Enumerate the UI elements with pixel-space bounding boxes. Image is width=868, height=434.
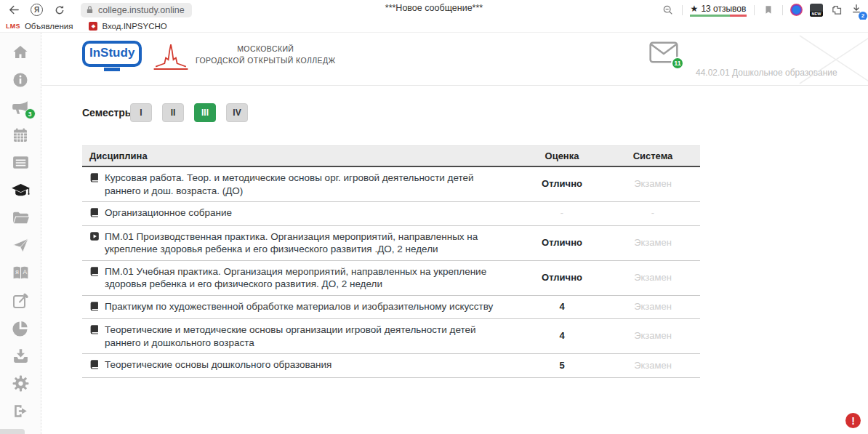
extension-icon[interactable]: [790, 4, 803, 16]
col-grade: Оценка: [518, 146, 606, 167]
search-icon[interactable]: [662, 4, 675, 17]
main-content: InStudy МОСКОВСКИЙ ГОРОДСКОЙ ОТКРЫТЫЙ КО…: [41, 33, 868, 434]
system-cell: Экзамен: [606, 319, 700, 354]
plugin-icon[interactable]: [830, 4, 843, 17]
system-cell: Экзамен: [606, 166, 700, 202]
table-row[interactable]: Теоретические и методические основы орга…: [82, 319, 700, 354]
svg-text:я: я: [15, 268, 19, 276]
discipline-link[interactable]: Теоретические основы дошкольного образов…: [105, 358, 331, 371]
book-icon: [89, 359, 100, 373]
discipline-link[interactable]: Практикум по художественной обработке ма…: [105, 300, 493, 313]
reviews-label: 13 отзывов: [701, 4, 746, 14]
grade-cell: 4: [518, 295, 606, 319]
book-icon: [89, 324, 100, 338]
col-system: Система: [606, 146, 700, 167]
book-icon: [89, 301, 100, 315]
alert-button[interactable]: !: [845, 413, 861, 428]
bookmark-item-announcements[interactable]: LMS Объявления: [6, 22, 73, 31]
mail-badge: 11: [671, 57, 684, 70]
screen: Я college.instudy.online ***Новое сообще…: [0, 0, 868, 434]
app-header: InStudy МОСКОВСКИЙ ГОРОДСКОЙ ОТКРЫТЫЙ КО…: [41, 33, 868, 86]
semester-button-1[interactable]: I: [130, 103, 152, 122]
bookmark-icon[interactable]: [762, 4, 775, 17]
calendar-icon[interactable]: [11, 125, 31, 145]
semester-button-2[interactable]: II: [162, 103, 184, 122]
system-cell: -: [606, 202, 700, 226]
downloads-button[interactable]: 2: [851, 3, 862, 17]
extension-new-icon[interactable]: NEW: [810, 4, 823, 17]
grade-cell: Отлично: [518, 260, 606, 295]
back-icon[interactable]: [7, 4, 20, 17]
info-icon[interactable]: [11, 70, 31, 89]
table-row[interactable]: ПМ.01 Производственная практика. Организ…: [82, 225, 700, 260]
table-row[interactable]: Практикум по художественной обработке ма…: [82, 295, 700, 319]
url-text: college.instudy.online: [98, 5, 185, 15]
college-logo: МОСКОВСКИЙ ГОРОДСКОЙ ОТКРЫТЫЙ КОЛЛЕДЖ: [152, 39, 336, 72]
divider: [754, 5, 755, 15]
home-icon[interactable]: [11, 42, 31, 62]
table-row[interactable]: Теоретические основы дошкольного образов…: [82, 354, 700, 378]
lms-favicon: LMS: [6, 23, 20, 30]
college-name: МОСКОВСКИЙ ГОРОДСКОЙ ОТКРЫТЫЙ КОЛЛЕДЖ: [196, 44, 336, 67]
pie-chart-icon[interactable]: [11, 318, 31, 338]
star-icon: ★: [691, 4, 699, 14]
discipline-link[interactable]: Организационное собрание: [105, 206, 232, 220]
edit-icon[interactable]: [11, 291, 31, 310]
translate-icon[interactable]: яA: [11, 263, 31, 283]
system-cell: Экзамен: [606, 225, 700, 260]
discipline-link[interactable]: Курсовая работа. Теор. и методические ос…: [105, 172, 511, 197]
folder-icon[interactable]: [11, 208, 31, 228]
page-title: ***Новое сообщение***: [385, 3, 483, 13]
discipline-link[interactable]: ПМ.01 Учебная практика. Организация меро…: [105, 265, 511, 291]
reviews-button[interactable]: ★ 13 отзывов: [690, 4, 747, 17]
address-bar[interactable]: college.instudy.online: [81, 3, 192, 17]
announcements-badge: 3: [25, 108, 36, 119]
announcements-icon[interactable]: 3: [11, 97, 31, 117]
sidebar: 3 яA: [0, 33, 41, 434]
table-row[interactable]: Организационное собрание - -: [82, 202, 700, 226]
logout-icon[interactable]: [11, 401, 31, 421]
refresh-icon[interactable]: [53, 4, 66, 17]
divider: [782, 5, 783, 15]
col-discipline: Дисциплина: [82, 146, 518, 167]
table-header-row: Дисциплина Оценка Система: [82, 146, 700, 167]
semester-switcher: Семестры I II III IV: [82, 103, 868, 122]
instudy-logo-text: InStudy: [82, 41, 142, 67]
grades-table: Дисциплина Оценка Система Курсовая работ…: [82, 145, 700, 378]
instudy-logo[interactable]: InStudy: [82, 41, 142, 71]
reviews-rating-bar: [690, 15, 747, 17]
semester-button-4[interactable]: IV: [226, 103, 248, 122]
grade-cell: 5: [518, 354, 606, 378]
divider: [682, 5, 683, 15]
semester-button-3[interactable]: III: [194, 103, 216, 122]
play-icon: [89, 231, 100, 245]
grade-cell: Отлично: [518, 225, 606, 260]
book-icon: [89, 172, 100, 186]
mail-button[interactable]: 11: [649, 41, 678, 66]
college-building-icon: [152, 39, 190, 72]
semesters-label: Семестры: [82, 107, 130, 118]
bookmarks-bar: LMS Объявления ◆ Вход.INPSYCHO: [0, 20, 868, 33]
card-list-icon[interactable]: [11, 153, 31, 172]
bookmark-item-inpsycho[interactable]: ◆ Вход.INPSYCHO: [89, 22, 166, 31]
discipline-link[interactable]: Теоретические и методические основы орга…: [105, 324, 511, 349]
grade-cell: 4: [518, 319, 606, 354]
inpsycho-favicon: ◆: [89, 22, 97, 31]
download-icon[interactable]: [11, 346, 31, 366]
status-sliver: [0, 429, 25, 434]
grades-icon[interactable]: [11, 180, 31, 200]
discipline-link[interactable]: ПМ.01 Производственная практика. Организ…: [105, 230, 511, 256]
system-cell: Экзамен: [606, 354, 700, 378]
grade-cell: Отлично: [518, 166, 606, 202]
settings-icon[interactable]: [11, 374, 31, 393]
lock-icon: [86, 5, 94, 15]
grade-cell: -: [518, 202, 606, 226]
book-icon: [89, 207, 100, 221]
send-icon[interactable]: [11, 236, 31, 255]
svg-text:A: A: [23, 268, 27, 276]
browser-logo-icon[interactable]: Я: [31, 4, 43, 16]
avatar-placeholder: [798, 34, 868, 88]
book-icon: [89, 266, 100, 280]
table-row[interactable]: Курсовая работа. Теор. и методические ос…: [82, 166, 700, 202]
table-row[interactable]: ПМ.01 Учебная практика. Организация меро…: [82, 260, 700, 295]
